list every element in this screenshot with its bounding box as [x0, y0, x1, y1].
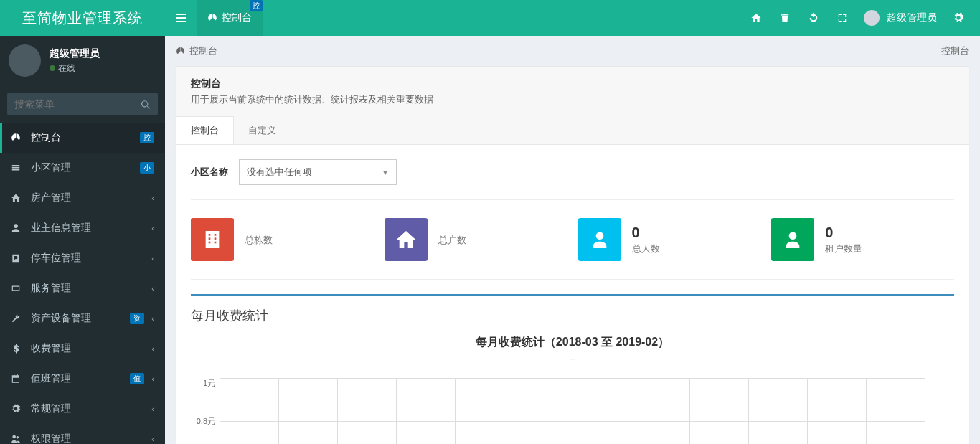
sidebar-user-info: 超级管理员 在线: [50, 47, 100, 75]
online-dot-icon: [50, 65, 55, 71]
chart-column: [220, 378, 278, 444]
stat-item-2: 0 总人数: [578, 218, 761, 261]
stat-value: 0: [825, 225, 862, 241]
sidebar-username: 超级管理员: [50, 47, 100, 60]
sidebar-item-5[interactable]: 服务管理 ‹: [0, 273, 165, 303]
stat-item-1: 总户数: [385, 218, 567, 261]
chart-section: 每月收费统计 每月收费统计（2018-03 至 2019-02） -- 1元0.…: [191, 294, 954, 444]
chart-column: [807, 378, 866, 444]
menu-label: 业主信息管理: [31, 222, 144, 235]
sidebar-item-9[interactable]: 常规管理 ‹: [0, 394, 165, 424]
sidebar-item-8[interactable]: 值班管理 值‹: [0, 364, 165, 394]
svg-rect-1: [209, 234, 211, 236]
header-right: 超级管理员: [742, 0, 980, 36]
menu-badge: 资: [130, 313, 144, 324]
chart-grid: 1元0.8元0.6元: [220, 378, 925, 444]
card-subtitle: 用于展示当前系统中的统计数据、统计报表及相关重要数据: [191, 93, 954, 106]
sidebar-toggle-button[interactable]: [165, 0, 197, 36]
sidebar-item-4[interactable]: 停车位管理 ‹: [0, 243, 165, 273]
chart-column: [396, 378, 455, 444]
chart-column: [278, 378, 337, 444]
menu-label: 小区管理: [31, 161, 133, 174]
sidebar-item-3[interactable]: 业主信息管理 ‹: [0, 213, 165, 243]
chart-columns: [220, 378, 925, 444]
top-header: 至简物业管理系统 控制台 控 超级管理员: [0, 0, 980, 36]
panel-body: 小区名称 没有选中任何项 ▼ 总栋数 总户数 0 总人数: [176, 145, 969, 444]
stat-label: 总户数: [438, 234, 466, 247]
user-icon: [11, 223, 24, 233]
menu-label: 值班管理: [31, 372, 123, 385]
avatar-icon: [9, 44, 41, 77]
tab-custom[interactable]: 自定义: [234, 117, 291, 144]
home-button[interactable]: [742, 0, 771, 36]
menu-badge: 小: [140, 162, 154, 174]
home-icon: [385, 218, 428, 261]
menu-label: 收费管理: [31, 342, 144, 355]
dashboard-icon: [207, 13, 217, 23]
sidebar-item-2[interactable]: 房产管理 ‹: [0, 183, 165, 213]
sidebar-item-0[interactable]: 控制台 控: [0, 123, 165, 153]
sidebar-item-10[interactable]: 权限管理 ‹: [0, 424, 165, 444]
parking-icon: [11, 253, 24, 263]
header-tab-dashboard[interactable]: 控制台 控: [197, 0, 263, 36]
list-icon: [11, 163, 24, 173]
chart-column: [631, 378, 689, 444]
stat-text: 总户数: [438, 232, 466, 247]
dashboard-icon: [11, 133, 24, 143]
chart-column: [689, 378, 748, 444]
stat-label: 租户数量: [825, 242, 862, 255]
dollar-icon: [11, 344, 24, 354]
chevron-left-icon: ‹: [151, 194, 154, 202]
menu-label: 服务管理: [31, 282, 144, 295]
chevron-left-icon: ‹: [151, 314, 154, 323]
sidebar-user-panel: 超级管理员 在线: [0, 36, 165, 85]
search-button[interactable]: [133, 93, 158, 117]
chart-section-title: 每月收费统计: [191, 303, 954, 335]
chart-y-axis: 1元0.8元0.6元: [191, 378, 220, 444]
fullscreen-button[interactable]: [828, 0, 857, 36]
menu-label: 常规管理: [31, 402, 144, 415]
svg-rect-4: [215, 237, 217, 240]
community-select[interactable]: 没有选中任何项 ▼: [239, 159, 397, 185]
chevron-left-icon: ‹: [151, 405, 154, 413]
dashboard-icon: [176, 47, 185, 56]
breadcrumb: 控制台 控制台: [165, 36, 980, 66]
search-icon: [141, 100, 151, 110]
refresh-button[interactable]: [799, 0, 828, 36]
stat-label: 总栋数: [245, 234, 273, 247]
cog-icon: [11, 404, 24, 414]
chart-area: 每月收费统计（2018-03 至 2019-02） -- 1元0.8元0.6元: [191, 335, 954, 444]
settings-button[interactable]: [944, 0, 973, 36]
y-tick-label: 1元: [191, 378, 215, 389]
home-icon: [11, 193, 24, 203]
chevron-left-icon: ‹: [151, 435, 154, 443]
tenant-icon: [771, 218, 814, 261]
filter-row: 小区名称 没有选中任何项 ▼: [191, 159, 954, 200]
breadcrumb-right: 控制台: [941, 44, 969, 57]
card-header: 控制台 用于展示当前系统中的统计数据、统计报表及相关重要数据: [176, 66, 969, 117]
menu-badge: 控: [140, 132, 154, 143]
avatar-icon: [864, 10, 880, 26]
trash-button[interactable]: [771, 0, 799, 36]
header-user-menu[interactable]: 超级管理员: [857, 10, 944, 26]
breadcrumb-current: 控制台: [189, 44, 217, 57]
brand-title: 至简物业管理系统: [0, 9, 165, 28]
sidebar-item-6[interactable]: 资产设备管理 资‹: [0, 303, 165, 334]
calendar-icon: [11, 374, 24, 384]
chart-column: [514, 378, 573, 444]
chart-title: 每月收费统计（2018-03 至 2019-02）: [191, 335, 954, 350]
sidebar-item-7[interactable]: 收费管理 ‹: [0, 334, 165, 364]
menu-label: 停车位管理: [31, 252, 144, 265]
chart-column: [573, 378, 631, 444]
header-tab-label: 控制台: [222, 11, 252, 24]
chart-subtitle: --: [191, 354, 954, 364]
svg-rect-6: [215, 242, 217, 244]
sidebar-item-1[interactable]: 小区管理 小: [0, 153, 165, 183]
y-tick-label: 0.8元: [191, 416, 215, 427]
chart-column: [455, 378, 514, 444]
refresh-icon: [808, 12, 819, 24]
sidebar-search: [7, 93, 158, 115]
tab-dashboard[interactable]: 控制台: [176, 116, 234, 144]
sidebar-user-status: 在线: [50, 62, 100, 75]
chevron-left-icon: ‹: [151, 374, 154, 383]
